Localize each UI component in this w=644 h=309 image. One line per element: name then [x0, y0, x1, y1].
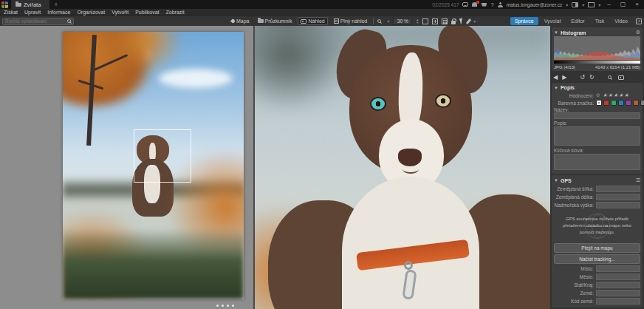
cart-icon[interactable] — [481, 3, 487, 7]
menu-informace[interactable]: Informace — [47, 10, 70, 15]
load-tracking-button[interactable]: Načíst tracking... — [554, 254, 640, 264]
preview-pane[interactable] — [0, 26, 253, 309]
color-picker-icon[interactable] — [466, 18, 471, 24]
status-text: 02/2025 417 — [432, 2, 459, 7]
new-tab-button[interactable]: + — [54, 1, 58, 8]
pager-dots[interactable] — [216, 305, 234, 307]
latitude-input[interactable] — [596, 186, 640, 192]
color-swatch-none[interactable]: × — [596, 100, 602, 106]
explorer-button[interactable]: Průzkumník — [256, 18, 295, 24]
color-swatch-gray[interactable] — [640, 100, 644, 106]
menu-ziskat[interactable]: Získat — [4, 10, 18, 15]
collapse-icon[interactable]: ▼ — [554, 178, 558, 183]
description-header[interactable]: ▼ Popis — [554, 84, 640, 91]
collapse-icon[interactable]: ▼ — [554, 86, 558, 90]
collar-ring — [404, 261, 413, 270]
search-input[interactable] — [3, 18, 67, 24]
magnifier-icon[interactable] — [608, 75, 612, 79]
explorer-folder-icon — [258, 19, 264, 23]
folder-icon — [16, 3, 21, 7]
full-preview-button[interactable]: Plný náhled — [332, 18, 370, 24]
user-email[interactable]: matus.longauer@zoner.cz — [507, 2, 563, 7]
minimize-button[interactable]: – — [604, 0, 613, 9]
gps-menu-icon[interactable]: ☰ — [636, 177, 640, 183]
star-rating[interactable]: ★★★★★ — [603, 92, 629, 98]
color-swatch-brown[interactable] — [633, 100, 639, 106]
compare-icon[interactable] — [618, 75, 624, 80]
module-spravce[interactable]: Správce — [510, 17, 538, 25]
layout-caret-icon[interactable]: ▾ — [582, 2, 584, 7]
menu-vytvorit[interactable]: Vytvořit — [112, 10, 129, 15]
zoom-region-rect[interactable] — [134, 129, 191, 183]
menu-upravit[interactable]: Upravit — [24, 10, 41, 15]
rotate-left-button[interactable]: ↺ — [580, 74, 585, 81]
file-format-badge: JPG (4/10) — [554, 65, 575, 69]
pointer-tool-icon[interactable] — [459, 18, 464, 24]
lock-zoom-icon[interactable] — [451, 21, 456, 24]
map-button[interactable]: Mapa — [229, 18, 252, 24]
menu-zobrazit[interactable]: Zobrazit — [166, 10, 185, 15]
zoom-tool-caret-icon[interactable]: ▾ — [387, 18, 389, 24]
module-editor[interactable]: Editor — [566, 17, 589, 25]
folder-tab[interactable]: Zvířata — [11, 0, 49, 9]
description-textarea[interactable] — [554, 126, 640, 146]
quick-search[interactable] — [2, 18, 74, 25]
notifications-icon[interactable] — [472, 2, 477, 7]
preview-image-icon — [301, 19, 306, 24]
image-dimensions: 4143 x 6214 (1,21 MB) — [595, 65, 640, 69]
globe-icon — [585, 214, 610, 239]
color-swatch-green[interactable] — [611, 100, 617, 106]
zoom-tool-icon[interactable] — [377, 19, 381, 23]
actual-size-icon[interactable] — [432, 18, 438, 24]
module-tisk[interactable]: Tisk — [591, 17, 609, 25]
rotate-right-button[interactable]: ↻ — [589, 74, 595, 81]
altitude-input[interactable] — [596, 202, 640, 208]
maximize-button[interactable]: ▢ — [617, 0, 629, 9]
color-swatch-purple[interactable] — [626, 100, 631, 106]
color-swatches: × — [596, 100, 644, 106]
module-video[interactable]: Video — [610, 17, 632, 25]
histogram-settings-icon[interactable]: ⚙ — [636, 30, 640, 35]
color-swatch-red[interactable] — [603, 100, 609, 106]
menu-organizovat[interactable]: Organizovat — [77, 10, 105, 15]
close-button[interactable]: × — [632, 0, 642, 9]
picker-caret-icon[interactable]: ▾ — [473, 18, 476, 24]
undock-icon[interactable]: ↗ — [636, 18, 642, 24]
goto-map-button[interactable]: Přejít na mapu — [554, 243, 640, 253]
quick-actions-row: ◀ ▶ ↺ ↻ — [552, 72, 643, 83]
user-menu-caret-icon[interactable]: ▾ — [566, 2, 568, 7]
fit-screen-icon[interactable] — [422, 18, 428, 24]
histogram-section: ▼ Histogram ⚙ JPG (4/10) 4143 x 6214 (1,… — [552, 27, 643, 71]
screen-mode-icon[interactable] — [588, 2, 595, 7]
city-input[interactable] — [596, 274, 640, 280]
zoom-stepper[interactable]: ▲▼ — [416, 18, 419, 24]
menu-publikovat[interactable]: Publikovat — [135, 10, 159, 15]
preview-photo[interactable] — [63, 32, 244, 299]
next-image-button[interactable]: ▶ — [562, 74, 566, 81]
histogram-header[interactable]: ▼ Histogram ⚙ — [554, 29, 640, 36]
help-button[interactable]: ? — [490, 1, 493, 8]
module-vyvolat[interactable]: Vyvolat — [540, 17, 566, 25]
place-input[interactable] — [596, 265, 640, 272]
layout-icon[interactable] — [572, 2, 578, 7]
country-input[interactable] — [596, 290, 640, 296]
chat-icon[interactable] — [462, 2, 468, 7]
zoom-level-field[interactable]: 30 % — [393, 18, 412, 25]
state-input[interactable] — [596, 282, 640, 288]
country-label: Země: — [554, 291, 594, 296]
keywords-textarea[interactable] — [554, 154, 640, 170]
search-icon — [67, 19, 71, 23]
detail-view[interactable] — [255, 26, 550, 309]
preview-button[interactable]: Náhled — [298, 17, 327, 25]
tile-view-icon[interactable] — [442, 18, 448, 24]
country-code-input[interactable] — [596, 298, 640, 305]
photo-cloud — [159, 69, 233, 88]
name-input[interactable] — [554, 112, 640, 119]
collapse-icon[interactable]: ▼ — [554, 30, 558, 35]
no-rating-icon[interactable]: ⊘ — [596, 92, 600, 98]
color-swatch-blue[interactable] — [618, 100, 624, 106]
longitude-input[interactable] — [596, 194, 640, 200]
prev-image-button[interactable]: ◀ — [553, 74, 558, 81]
gps-header[interactable]: ▼ GPS ☰ — [554, 177, 640, 184]
screen-caret-icon[interactable]: ▾ — [598, 2, 600, 7]
